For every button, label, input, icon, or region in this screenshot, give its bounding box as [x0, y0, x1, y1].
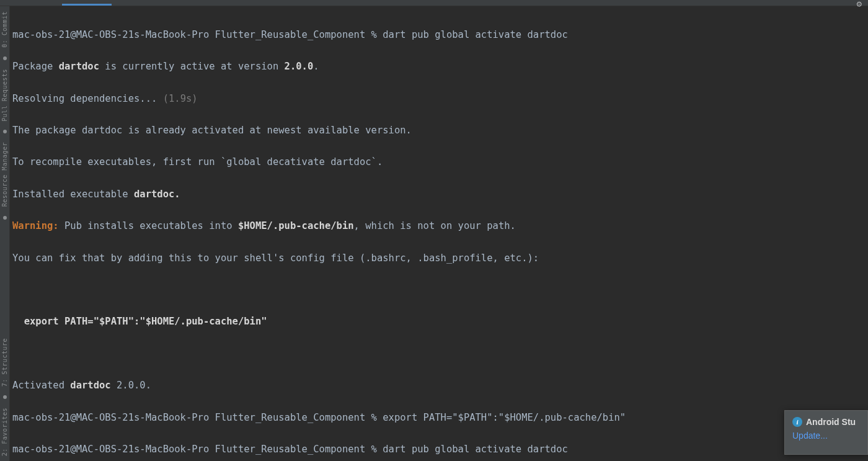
terminal-line: Installed executable dartdoc. [12, 187, 868, 203]
terminal-line: Package dartdoc is currently active at v… [12, 59, 868, 75]
left-tool-strip: 0: Commit Pull Requests Resource Manager… [0, 6, 10, 461]
tool-commit[interactable]: 0: Commit [1, 11, 8, 48]
terminal-line: To recompile executables, first run `glo… [12, 154, 868, 171]
notification-title: i Android Stu [792, 417, 860, 427]
terminal-line: mac-obs-21@MAC-OBS-21s-MacBook-Pro Flutt… [12, 27, 868, 43]
terminal-line: You can fix that by adding this to your … [12, 251, 868, 267]
tool-structure[interactable]: 7: Structure [1, 338, 8, 387]
terminal-line [12, 282, 868, 298]
tool-favorites[interactable]: 2: Favorites [1, 408, 8, 456]
terminal-output[interactable]: mac-obs-21@MAC-OBS-21s-MacBook-Pro Flutt… [12, 11, 868, 461]
dot-icon [3, 395, 7, 399]
tool-resource-manager[interactable]: Resource Manager [1, 142, 8, 207]
terminal-line: mac-obs-21@MAC-OBS-21s-MacBook-Pro Flutt… [12, 442, 868, 458]
tab-underline-active [62, 4, 112, 6]
terminal-line: Activated dartdoc 2.0.0. [12, 378, 868, 394]
dot-icon [3, 216, 7, 220]
terminal-line: Warning: Pub installs executables into $… [12, 218, 868, 235]
dot-icon [3, 130, 7, 133]
info-icon: i [792, 417, 802, 427]
notification-title-text: Android Stu [806, 417, 856, 427]
tool-pull-requests[interactable]: Pull Requests [1, 69, 8, 122]
dot-icon [3, 56, 7, 60]
terminal-line [12, 346, 868, 362]
terminal-line: The package dartdoc is already activated… [12, 123, 868, 139]
terminal-line: export PATH="$PATH":"$HOME/.pub-cache/bi… [12, 314, 868, 330]
notification-popup[interactable]: i Android Stu Update... [784, 410, 868, 455]
terminal-line: mac-obs-21@MAC-OBS-21s-MacBook-Pro Flutt… [12, 410, 868, 426]
notification-update-link[interactable]: Update... [792, 431, 860, 441]
terminal-line: Resolving dependencies... (1.9s) [12, 91, 868, 107]
gear-icon[interactable]: ⚙ [857, 0, 862, 9]
terminal-tab-bar[interactable]: ⚙ [0, 0, 868, 6]
